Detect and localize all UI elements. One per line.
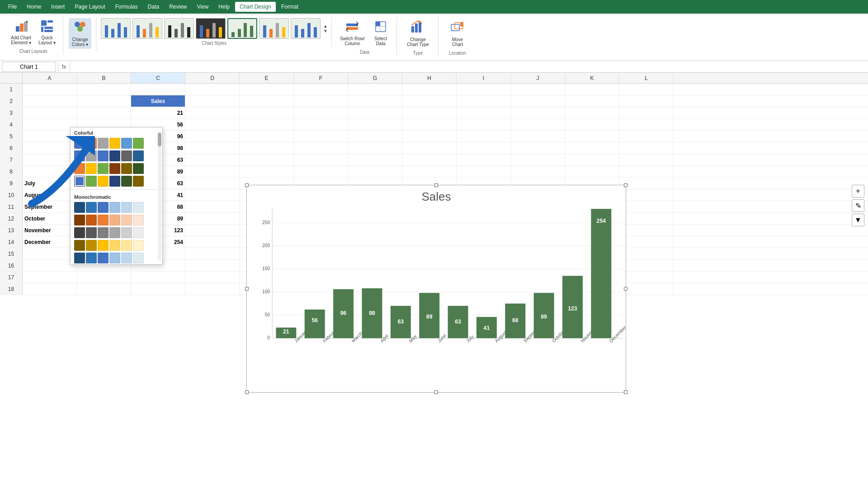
cell-b1[interactable] <box>77 84 131 95</box>
cell-d1[interactable] <box>185 84 240 95</box>
color-swatch[interactable] <box>98 150 108 161</box>
chart-handle-tm[interactable] <box>434 183 438 187</box>
move-chart-button[interactable]: MoveChart <box>446 18 469 49</box>
color-swatch[interactable] <box>109 253 120 263</box>
menu-formulas[interactable]: Formulas <box>111 2 142 12</box>
cell-f1[interactable] <box>294 84 348 95</box>
change-chart-type-button[interactable]: ChangeChart Type <box>404 18 432 49</box>
color-swatch[interactable] <box>86 215 97 225</box>
color-swatch[interactable] <box>98 138 108 149</box>
color-swatch[interactable] <box>109 138 120 149</box>
color-swatch[interactable] <box>109 240 120 251</box>
col-header-h[interactable]: H <box>402 73 457 83</box>
color-swatch[interactable] <box>121 138 132 149</box>
cell-a2[interactable] <box>23 95 77 107</box>
chart-handle-ml[interactable] <box>245 287 249 291</box>
chart-handle-tl[interactable] <box>245 183 249 187</box>
dropdown-scrollbar[interactable] <box>158 131 161 261</box>
cell-k2[interactable] <box>565 95 619 107</box>
color-swatch[interactable] <box>121 176 132 187</box>
menu-insert[interactable]: Insert <box>47 2 69 12</box>
menu-file[interactable]: File <box>4 2 21 12</box>
cell-k1[interactable] <box>565 84 619 95</box>
chart-styles-scroll-down[interactable]: ▼ <box>323 28 328 33</box>
col-header-k[interactable]: K <box>565 73 619 83</box>
color-swatch[interactable] <box>98 215 108 225</box>
col-header-i[interactable]: I <box>457 73 511 83</box>
col-header-c[interactable]: C <box>131 73 185 83</box>
col-header-d[interactable]: D <box>185 73 240 83</box>
cell-a1[interactable] <box>23 84 77 95</box>
menu-page-layout[interactable]: Page Layout <box>70 2 109 12</box>
col-header-b[interactable]: B <box>77 73 131 83</box>
color-swatch[interactable] <box>74 202 85 213</box>
color-swatch[interactable] <box>109 202 120 213</box>
cell-c2[interactable]: Sales <box>131 95 185 107</box>
chart-styles-scroll-up[interactable]: ▲ <box>323 23 328 28</box>
color-swatch[interactable] <box>86 150 97 161</box>
color-swatch[interactable] <box>121 253 132 263</box>
color-swatch[interactable] <box>74 215 85 225</box>
color-swatch[interactable] <box>74 163 85 174</box>
color-swatch[interactable] <box>121 240 132 251</box>
chart-style-7[interactable] <box>291 18 321 39</box>
color-swatch[interactable] <box>133 240 144 251</box>
cell-e2[interactable] <box>240 95 294 107</box>
color-swatch[interactable] <box>121 227 132 238</box>
chart-handle-tr[interactable] <box>624 183 627 187</box>
formula-input[interactable] <box>72 62 866 72</box>
color-swatch[interactable] <box>133 163 144 174</box>
cell-j2[interactable] <box>511 95 565 107</box>
cell-f2[interactable] <box>294 95 348 107</box>
color-swatch[interactable] <box>98 163 108 174</box>
color-swatch[interactable] <box>86 138 97 149</box>
color-swatch[interactable] <box>109 227 120 238</box>
color-swatch[interactable] <box>98 202 108 213</box>
chart-handle-bm[interactable] <box>434 390 438 394</box>
color-swatch[interactable] <box>86 176 97 187</box>
color-swatch[interactable] <box>109 215 120 225</box>
cell-j1[interactable] <box>511 84 565 95</box>
color-swatch[interactable] <box>74 150 85 161</box>
cell-h1[interactable] <box>402 84 457 95</box>
cell-c1[interactable] <box>131 84 185 95</box>
color-swatch[interactable] <box>109 150 120 161</box>
add-chart-element-button[interactable]: + Add ChartElement ▾ <box>8 18 34 47</box>
chart-filter-button[interactable]: ▼ <box>852 214 864 226</box>
menu-help[interactable]: Help <box>214 2 234 12</box>
color-swatch[interactable] <box>133 150 144 161</box>
col-header-j[interactable]: J <box>511 73 565 83</box>
cell-l2[interactable] <box>619 95 674 107</box>
color-swatch[interactable] <box>121 215 132 225</box>
chart-style-3[interactable] <box>164 18 194 39</box>
color-swatch[interactable] <box>121 202 132 213</box>
color-swatch[interactable] <box>86 240 97 251</box>
menu-home[interactable]: Home <box>22 2 46 12</box>
col-header-a[interactable]: A <box>23 73 77 83</box>
dropdown-scrollbar-thumb[interactable] <box>158 133 161 146</box>
color-swatch[interactable] <box>133 176 144 187</box>
color-swatch[interactable] <box>86 163 97 174</box>
menu-format[interactable]: Format <box>277 2 303 12</box>
cell-e1[interactable] <box>240 84 294 95</box>
chart-handle-mr[interactable] <box>624 287 627 291</box>
quick-layout-button[interactable]: QuickLayout ▾ <box>36 18 58 47</box>
chart-handle-br[interactable] <box>624 390 627 394</box>
color-swatch[interactable] <box>133 227 144 238</box>
chart-edit-button[interactable]: ✎ <box>852 199 864 212</box>
menu-review[interactable]: Review <box>165 2 191 12</box>
color-swatch[interactable] <box>74 240 85 251</box>
select-data-button[interactable]: SelectData <box>369 18 392 48</box>
name-box[interactable] <box>2 62 56 72</box>
col-header-l[interactable]: L <box>619 73 674 83</box>
color-swatch[interactable] <box>133 253 144 263</box>
menu-chart-design[interactable]: Chart Design <box>235 2 276 12</box>
color-swatch[interactable] <box>133 215 144 225</box>
cell-d2[interactable] <box>185 95 240 107</box>
cell-i2[interactable] <box>457 95 511 107</box>
chart-style-6[interactable] <box>259 18 289 39</box>
switch-row-column-button[interactable]: Switch Row/Column <box>337 18 368 48</box>
color-swatch[interactable] <box>133 202 144 213</box>
color-swatch[interactable] <box>133 138 144 149</box>
color-swatch[interactable] <box>86 253 97 263</box>
